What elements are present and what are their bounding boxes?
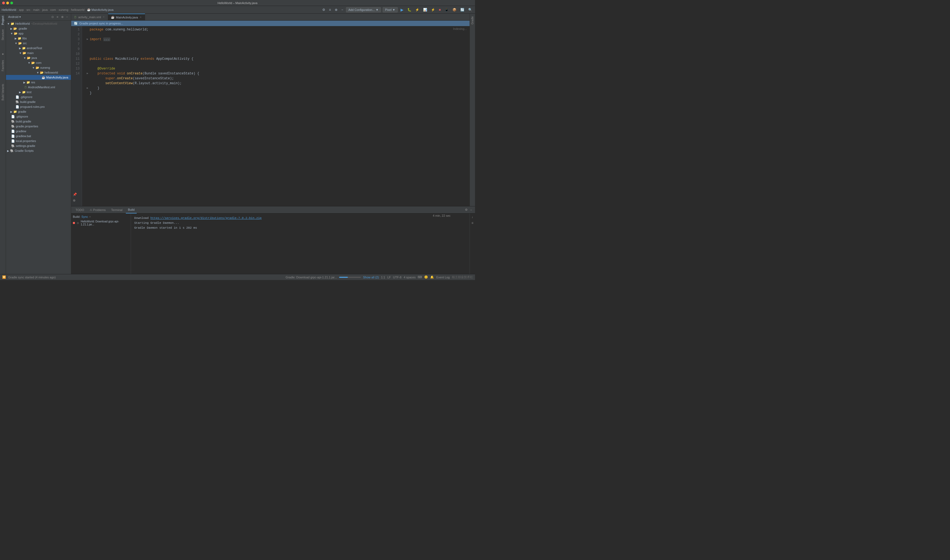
sync-project-button[interactable]: 🔄 bbox=[459, 7, 466, 12]
code-content[interactable]: package com.xuneng.helloworld; ▶ import … bbox=[82, 26, 470, 206]
tree-androidmanifest[interactable]: 🗒 AndroidManifest.xml bbox=[6, 85, 71, 89]
tab-favorites[interactable]: ★ bbox=[0, 51, 5, 58]
add-configuration-button[interactable]: Add Configuration... ▼ bbox=[346, 7, 381, 12]
tab-favorites-label[interactable]: Favorites bbox=[0, 58, 5, 73]
fullscreen-button[interactable] bbox=[10, 2, 13, 5]
code-line-13: ▶ } bbox=[85, 86, 466, 91]
tree-test[interactable]: ▶ 📁 test bbox=[6, 89, 71, 94]
tree-buildgradle-app[interactable]: 🐘 build.gradle bbox=[6, 99, 71, 104]
tree-gradle-properties[interactable]: 🐘 gradle.properties bbox=[6, 124, 71, 129]
close-tab-xml[interactable]: × bbox=[102, 15, 105, 19]
file-tree: ▼ 📁 HelloWorld ~/Desktop/HelloWorld ▶ 📂 … bbox=[6, 21, 71, 274]
tree-proguard[interactable]: 📄 proguard-rules.pro bbox=[6, 104, 71, 109]
bottom-panel-settings[interactable]: ⚙ bbox=[464, 208, 469, 212]
event-log[interactable]: Event Log bbox=[436, 275, 450, 279]
android-dropdown[interactable]: Android ▾ bbox=[8, 15, 21, 19]
tree-com[interactable]: ▼ 📂 com bbox=[6, 60, 71, 65]
code-editor: 1 2 3 7 9 10 11 12 13 14 bbox=[71, 26, 470, 206]
breadcrumb-helloworld[interactable]: HelloWorld bbox=[2, 8, 16, 11]
tree-helloworld-pkg[interactable]: ▼ 📂 helloworld bbox=[6, 70, 71, 75]
tab-structure[interactable]: Structure bbox=[0, 27, 5, 43]
tree-java[interactable]: ▼ 📂 java bbox=[6, 55, 71, 60]
code-line-10: ▶ protected void onCreate(Bundle savedIn… bbox=[85, 71, 466, 76]
tab-activity-main-xml[interactable]: 🗒 activity_main.xml × bbox=[71, 14, 108, 21]
breadcrumb-src[interactable]: src bbox=[26, 8, 31, 11]
tab-mainactivity-java[interactable]: ☕ MainActivity.java × bbox=[108, 14, 145, 21]
tree-gitignore-root[interactable]: 📄 .gitignore bbox=[6, 114, 71, 119]
close-tab-java[interactable]: × bbox=[139, 15, 142, 19]
show-all-link[interactable]: Show all (2) bbox=[363, 275, 379, 279]
tree-local-properties[interactable]: 📄 local.properties bbox=[6, 138, 71, 143]
tree-mainactivity[interactable]: ☕ MainActivity.java bbox=[6, 75, 71, 80]
tree-main[interactable]: ▼ 📂 main bbox=[6, 51, 71, 55]
run-button[interactable]: ▶ bbox=[399, 7, 405, 12]
panel-action-2[interactable]: ≡ bbox=[56, 15, 59, 19]
tree-helloworld[interactable]: ▼ 📁 HelloWorld ~/Desktop/HelloWorld bbox=[6, 21, 71, 26]
filter-icon[interactable]: ≡ bbox=[471, 220, 474, 225]
search-button[interactable]: 🔍 bbox=[467, 7, 473, 12]
tree-res[interactable]: ▶ 📁 res bbox=[6, 80, 71, 85]
breadcrumb-main[interactable]: main bbox=[33, 8, 40, 11]
sync-tab-label[interactable]: Sync bbox=[82, 215, 88, 218]
tab-project[interactable]: Project bbox=[0, 14, 5, 27]
tab-build-variants[interactable]: Build Variants bbox=[0, 82, 5, 103]
breadcrumb-xuneng[interactable]: xuneng bbox=[59, 8, 68, 11]
breadcrumb-helloworld2[interactable]: helloworld bbox=[71, 8, 85, 11]
panel-action-3[interactable]: ⊕ bbox=[60, 15, 65, 19]
tree-src[interactable]: ▼ 📂 src bbox=[6, 41, 71, 46]
sync-icon: 🔄 bbox=[74, 22, 78, 25]
breadcrumb-java[interactable]: java bbox=[42, 8, 48, 11]
tree-gitignore-app[interactable]: 📄 .gitignore bbox=[6, 94, 71, 99]
tree-buildgradle-root[interactable]: 🐘 build.gradle bbox=[6, 119, 71, 124]
line-numbers: 1 2 3 7 9 10 11 12 13 14 bbox=[71, 26, 82, 206]
run-with-coverage-button[interactable]: ⚡ bbox=[414, 7, 420, 12]
tree-gradle-scripts[interactable]: ▶ 🐘 Gradle Scripts bbox=[6, 148, 71, 153]
stop-button[interactable]: ■ bbox=[438, 7, 442, 12]
scroll-to-end-icon[interactable]: ↓ bbox=[471, 215, 474, 220]
tab-problems[interactable]: ⚠ Problems bbox=[88, 206, 108, 214]
bottom-panel-minimize[interactable]: − bbox=[470, 208, 473, 212]
config-dropdown-icon: ▼ bbox=[376, 8, 379, 11]
tree-androidtest[interactable]: ▶ 📁 androidTest bbox=[6, 46, 71, 51]
tab-todo[interactable]: TODO bbox=[73, 206, 86, 214]
toolbar-icon-3[interactable]: ⊕ bbox=[334, 7, 339, 12]
tree-gradlew-bat[interactable]: 📄 gradlew.bat bbox=[6, 134, 71, 138]
toolbar-icon-2[interactable]: ≡ bbox=[328, 7, 332, 12]
breadcrumb-file[interactable]: MainActivity.java bbox=[91, 8, 113, 11]
tree-gradlew[interactable]: 📄 gradlew bbox=[6, 129, 71, 134]
minimize-button[interactable] bbox=[6, 2, 9, 5]
tree-xuneng[interactable]: ▼ 📂 xuneng bbox=[6, 65, 71, 70]
emoji-icon-2: 🔔 bbox=[430, 275, 434, 279]
close-button[interactable] bbox=[2, 2, 5, 5]
apply-changes-button[interactable]: ⚡ bbox=[430, 7, 436, 12]
debug-button[interactable]: 🐛 bbox=[406, 7, 412, 12]
console-line-3: Gradle Daemon started in 1 s 202 ms bbox=[134, 225, 466, 230]
xml-icon: 🗒 bbox=[24, 86, 27, 89]
sync-tab-close[interactable]: × bbox=[89, 215, 91, 218]
avd-manager-button[interactable]: 📱 bbox=[444, 7, 450, 12]
charset[interactable]: UTF-8 bbox=[393, 275, 401, 279]
tree-settings-gradle[interactable]: 🐘 settings.gradle bbox=[6, 143, 71, 148]
tab-terminal[interactable]: Terminal bbox=[109, 206, 125, 214]
breadcrumb-com[interactable]: com bbox=[50, 8, 56, 11]
line-ending[interactable]: LF bbox=[387, 275, 391, 279]
tree-libs[interactable]: ▶ 📁 libs bbox=[6, 36, 71, 41]
gradle-tab[interactable]: Gradle bbox=[470, 15, 475, 26]
sdk-manager-button[interactable]: 📦 bbox=[451, 7, 458, 12]
tree-app[interactable]: ▼ 📂 app bbox=[6, 31, 71, 36]
tree-dotgradle[interactable]: ▶ 📂 .gradle bbox=[6, 26, 71, 31]
panel-action-4[interactable]: − bbox=[65, 15, 69, 19]
cursor-position[interactable]: 1:1 bbox=[381, 275, 385, 279]
panel-action-1[interactable]: ⊙ bbox=[51, 15, 55, 19]
code-line-4 bbox=[85, 42, 466, 47]
toolbar-icon-1[interactable]: ⚙ bbox=[321, 7, 326, 12]
code-line-6 bbox=[85, 52, 466, 57]
breadcrumb-app[interactable]: app bbox=[19, 8, 24, 11]
tab-build[interactable]: Build bbox=[126, 206, 137, 214]
download-link[interactable]: https://services.gradle.org/distribution… bbox=[150, 217, 261, 220]
toolbar-icon-4[interactable]: − bbox=[340, 7, 344, 12]
indent-setting[interactable]: 4 spaces bbox=[404, 275, 415, 279]
device-selector-button[interactable]: Pixel ▼ bbox=[382, 7, 398, 12]
tree-gradle-folder[interactable]: ▶ 📁 gradle bbox=[6, 109, 71, 114]
profile-button[interactable]: 📊 bbox=[422, 7, 428, 12]
